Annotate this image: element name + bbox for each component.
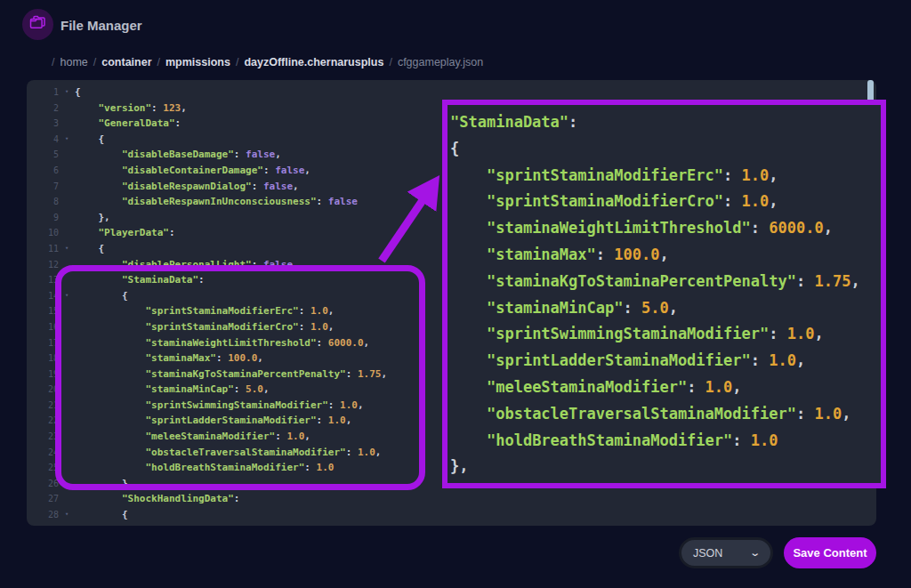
line-number: 25 [27, 460, 59, 476]
zoom-panel-line: "StaminaData": [450, 109, 881, 136]
line-number: 13 [27, 272, 59, 288]
annotation-zoom-panel: "StaminaData":{ "sprintStaminaModifierEr… [442, 100, 886, 488]
fold-spacer [59, 179, 75, 195]
line-number: 15 [27, 303, 59, 319]
zoom-panel-line: "sprintLadderStaminaModifier": 1.0, [450, 348, 881, 375]
fold-toggle-icon[interactable]: ▾ [59, 132, 75, 148]
save-content-button[interactable]: Save Content [784, 537, 876, 568]
code-text: { [75, 85, 876, 101]
zoom-panel-line: "staminaWeightLimitThreshold": 6000.0, [450, 215, 881, 242]
fold-toggle-icon[interactable]: ▾ [59, 507, 75, 523]
fold-spacer [59, 476, 75, 492]
line-number: 22 [27, 413, 59, 429]
line-number: 7 [27, 179, 59, 195]
line-number: 2 [27, 101, 59, 117]
breadcrumb-item-mpmissions[interactable]: mpmissions [165, 56, 230, 68]
zoom-panel-line: "staminaMinCap": 5.0, [450, 295, 881, 322]
fold-spacer [59, 445, 75, 461]
fold-spacer [59, 398, 75, 414]
fold-spacer [59, 194, 75, 210]
line-number: 26 [27, 476, 59, 492]
line-number: 10 [27, 225, 59, 241]
line-number: 28 [27, 507, 59, 523]
code-text: "ShockHandlingData": [75, 491, 876, 507]
breadcrumb-separator: / [52, 56, 54, 68]
fold-spacer [59, 460, 75, 476]
fold-spacer [59, 413, 75, 429]
format-select-value: JSON [693, 547, 722, 560]
breadcrumb-item-container[interactable]: container [101, 56, 151, 68]
fold-toggle-icon[interactable]: ▾ [59, 85, 75, 101]
breadcrumb-separator: / [93, 56, 96, 68]
line-number: 21 [27, 398, 59, 414]
fold-toggle-icon[interactable]: ▾ [59, 288, 75, 304]
line-number: 12 [27, 257, 59, 273]
line-number: 5 [27, 147, 59, 163]
fold-spacer [59, 225, 75, 241]
folders-icon [29, 15, 46, 34]
line-number: 4 [27, 132, 59, 148]
breadcrumb-item-cfggameplay-json: cfggameplay.json [398, 56, 483, 68]
code-text: { [75, 507, 876, 523]
line-number: 29 [27, 523, 59, 526]
line-number: 3 [27, 116, 59, 132]
line-number: 20 [27, 382, 59, 398]
fold-spacer [59, 257, 75, 273]
fold-spacer [59, 319, 75, 335]
fold-spacer [59, 272, 75, 288]
fold-spacer [59, 366, 75, 383]
fold-spacer [59, 210, 75, 226]
zoom-panel-line: "obstacleTraversalStaminaModifier": 1.0, [450, 401, 881, 428]
code-line: 1▾{ [27, 85, 876, 101]
zoom-panel-line: "staminaMax": 100.0, [450, 242, 881, 269]
breadcrumb-separator: / [157, 56, 160, 68]
zoom-panel-line: { [450, 136, 881, 163]
fold-toggle-icon[interactable]: ▾ [59, 241, 75, 257]
code-line: 29 "shockRefillSpeedConscious": 5.0, [27, 523, 876, 526]
breadcrumb-item-home[interactable]: home [60, 56, 87, 68]
line-number: 1 [27, 85, 59, 101]
code-line: 27 "ShockHandlingData": [27, 491, 876, 507]
fold-spacer [59, 163, 75, 179]
fold-spacer [59, 382, 75, 398]
fold-spacer [59, 116, 75, 132]
format-select[interactable]: JSON ⌄ [679, 537, 773, 568]
line-number: 16 [27, 319, 59, 335]
zoom-panel-line: }, [450, 454, 881, 480]
line-number: 19 [27, 366, 59, 383]
breadcrumb-separator: / [236, 56, 238, 68]
line-number: 11 [27, 241, 59, 257]
line-number: 8 [27, 194, 59, 210]
line-number: 9 [27, 210, 59, 226]
fold-spacer [59, 491, 75, 507]
fold-spacer [59, 429, 75, 445]
line-number: 24 [27, 445, 59, 461]
app-logo [22, 9, 53, 40]
fold-spacer [59, 147, 75, 163]
line-number: 6 [27, 163, 59, 179]
zoom-panel-line: "sprintStaminaModifierErc": 1.0, [450, 163, 881, 189]
line-number: 23 [27, 429, 59, 445]
fold-spacer [59, 303, 75, 319]
zoom-panel-line: "sprintStaminaModifierCro": 1.0, [450, 189, 881, 215]
line-number: 18 [27, 350, 59, 366]
zoom-panel-line: "staminaKgToStaminaPercentPenalty": 1.75… [450, 269, 881, 295]
fold-spacer [59, 335, 75, 351]
fold-spacer [59, 350, 75, 366]
line-number: 27 [27, 491, 59, 507]
breadcrumb: /home/container/mpmissions/dayzOffline.c… [52, 56, 483, 68]
code-text: "shockRefillSpeedConscious": 5.0, [75, 523, 876, 526]
fold-spacer [59, 101, 75, 117]
zoom-panel-line: "meleeStaminaModifier": 1.0, [450, 375, 881, 401]
breadcrumb-separator: / [389, 56, 391, 68]
breadcrumb-item-dayzoffline-chernarusplus[interactable]: dayzOffline.chernarusplus [244, 56, 383, 68]
code-line: 28▾ { [27, 507, 876, 523]
zoom-panel-line: "sprintSwimmingStaminaModifier": 1.0, [450, 321, 881, 348]
chevron-down-icon: ⌄ [749, 548, 761, 558]
page-title: File Manager [60, 18, 142, 33]
line-number: 17 [27, 335, 59, 351]
line-number: 14 [27, 288, 59, 304]
fold-spacer [59, 523, 75, 526]
zoom-panel-line: "holdBreathStaminaModifier": 1.0 [450, 428, 881, 455]
